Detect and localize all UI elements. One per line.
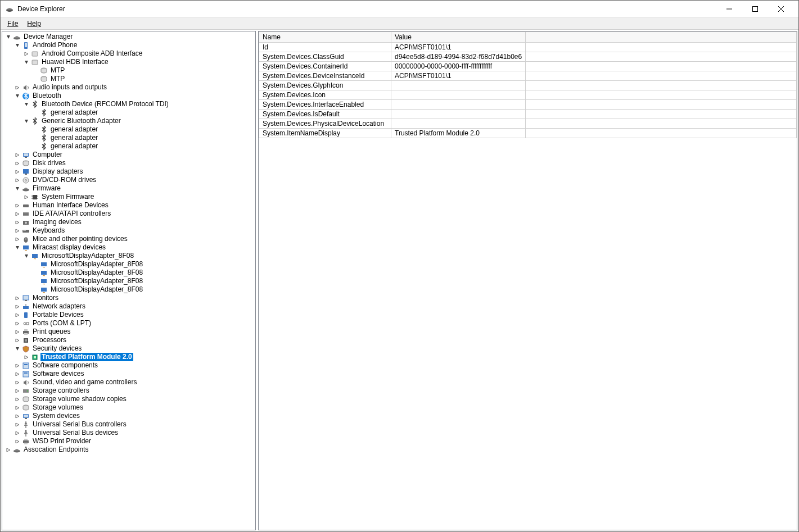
tree-item[interactable]: MicrosoftDisplayAdapter_8F08: [2, 277, 255, 285]
tree-item[interactable]: Sound, video and game controllers: [2, 378, 255, 387]
device-tree[interactable]: Device ManagerAndroid PhoneAndroid Compo…: [2, 31, 256, 530]
property-row[interactable]: System.Devices.InterfaceEnabled: [259, 100, 797, 110]
expand-icon[interactable]: [15, 237, 20, 242]
close-button[interactable]: [768, 1, 794, 17]
tree-item[interactable]: MTP: [2, 66, 255, 75]
expand-icon[interactable]: [15, 228, 20, 234]
tree-item[interactable]: general adapter: [2, 125, 255, 134]
tree-item[interactable]: System devices: [2, 412, 255, 420]
tree-item[interactable]: IDE ATA/ATAPI controllers: [2, 210, 255, 218]
tree-item[interactable]: Display adapters: [2, 167, 255, 176]
tree-item[interactable]: Trusted Platform Module 2.0: [2, 353, 255, 361]
tree-item[interactable]: Software devices: [2, 370, 255, 378]
collapse-icon[interactable]: [15, 245, 20, 251]
collapse-icon[interactable]: [15, 93, 20, 99]
property-row[interactable]: System.Devices.ClassGuidd94ee5d8-d189-49…: [259, 52, 797, 62]
menu-file[interactable]: File: [3, 19, 22, 29]
expand-icon[interactable]: [6, 447, 11, 453]
expand-icon[interactable]: [15, 388, 20, 394]
tree-item[interactable]: general adapter: [2, 108, 255, 117]
expand-icon[interactable]: [15, 380, 20, 385]
tree-item[interactable]: Android Phone: [2, 41, 255, 49]
tree-item[interactable]: Ports (COM & LPT): [2, 319, 255, 328]
collapse-icon[interactable]: [24, 119, 29, 124]
expand-icon[interactable]: [15, 439, 20, 444]
property-row[interactable]: System.Devices.GlyphIcon: [259, 81, 797, 90]
property-row[interactable]: System.Devices.IsDefault: [259, 110, 797, 119]
expand-icon[interactable]: [24, 354, 29, 360]
tree-item[interactable]: Bluetooth: [2, 92, 255, 100]
property-row[interactable]: System.Devices.DeviceInstanceIdACPI\MSFT…: [259, 71, 797, 81]
tree-item[interactable]: Mice and other pointing devices: [2, 235, 255, 243]
expand-icon[interactable]: [15, 152, 20, 158]
expand-icon[interactable]: [15, 178, 20, 183]
property-row[interactable]: System.Devices.ContainerId00000000-0000-…: [259, 62, 797, 71]
tree-item[interactable]: MicrosoftDisplayAdapter_8F08: [2, 252, 255, 260]
column-header-name[interactable]: Name: [259, 32, 391, 43]
column-header-blank[interactable]: [526, 32, 797, 43]
tree-item[interactable]: Universal Serial Bus devices: [2, 429, 255, 437]
collapse-icon[interactable]: [15, 43, 20, 48]
tree-item[interactable]: DVD/CD-ROM drives: [2, 176, 255, 184]
tree-item[interactable]: Universal Serial Bus controllers: [2, 420, 255, 429]
expand-icon[interactable]: [15, 161, 20, 166]
collapse-icon[interactable]: [15, 186, 20, 192]
tree-item[interactable]: general adapter: [2, 142, 255, 151]
tree-item[interactable]: Firmware: [2, 184, 255, 193]
expand-icon[interactable]: [15, 312, 20, 318]
title-bar[interactable]: Device Explorer: [1, 1, 798, 17]
collapse-icon[interactable]: [24, 253, 29, 259]
expand-icon[interactable]: [15, 220, 20, 225]
tree-item[interactable]: MicrosoftDisplayAdapter_8F08: [2, 285, 255, 294]
tree-item[interactable]: Network adapters: [2, 302, 255, 311]
property-row[interactable]: System.Devices.Icon: [259, 90, 797, 100]
tree-item[interactable]: Miracast display devices: [2, 243, 255, 252]
property-row[interactable]: System.ItemNameDisplayTrusted Platform M…: [259, 129, 797, 138]
tree-item[interactable]: Portable Devices: [2, 311, 255, 319]
tree-item[interactable]: Huawei HDB Interface: [2, 58, 255, 66]
expand-icon[interactable]: [15, 203, 20, 208]
tree-item[interactable]: Audio inputs and outputs: [2, 83, 255, 92]
tree-item[interactable]: Storage volumes: [2, 403, 255, 412]
tree-item[interactable]: MicrosoftDisplayAdapter_8F08: [2, 269, 255, 277]
tree-item[interactable]: Bluetooth Device (RFCOMM Protocol TDI): [2, 100, 255, 108]
tree-item[interactable]: Storage controllers: [2, 387, 255, 395]
tree-item[interactable]: MicrosoftDisplayAdapter_8F08: [2, 260, 255, 269]
expand-icon[interactable]: [15, 304, 20, 310]
tree-item[interactable]: Keyboards: [2, 226, 255, 235]
tree-item[interactable]: general adapter: [2, 134, 255, 142]
tree-item[interactable]: Human Interface Devices: [2, 201, 255, 210]
tree-item[interactable]: Generic Bluetooth Adapter: [2, 117, 255, 125]
minimize-button[interactable]: [716, 1, 742, 17]
collapse-icon[interactable]: [24, 102, 29, 107]
expand-icon[interactable]: [15, 321, 20, 326]
expand-icon[interactable]: [15, 338, 20, 343]
expand-icon[interactable]: [15, 397, 20, 402]
tree-item[interactable]: Monitors: [2, 294, 255, 302]
maximize-button[interactable]: [742, 1, 768, 17]
property-row[interactable]: System.Devices.PhysicalDeviceLocation: [259, 119, 797, 129]
column-header-value[interactable]: Value: [391, 32, 526, 43]
tree-item[interactable]: Computer: [2, 151, 255, 159]
expand-icon[interactable]: [15, 295, 20, 301]
tree-item[interactable]: Disk drives: [2, 159, 255, 167]
expand-icon[interactable]: [15, 430, 20, 436]
tree-item[interactable]: System Firmware: [2, 193, 255, 201]
expand-icon[interactable]: [15, 405, 20, 411]
expand-icon[interactable]: [15, 329, 20, 335]
tree-item[interactable]: Device Manager: [2, 33, 255, 41]
expand-icon[interactable]: [15, 169, 20, 175]
expand-icon[interactable]: [24, 51, 29, 57]
collapse-icon[interactable]: [6, 34, 11, 40]
tree-item[interactable]: MTP: [2, 75, 255, 83]
expand-icon[interactable]: [15, 413, 20, 419]
expand-icon[interactable]: [15, 363, 20, 369]
expand-icon[interactable]: [15, 211, 20, 217]
tree-item[interactable]: Print queues: [2, 328, 255, 336]
tree-item[interactable]: WSD Print Provider: [2, 437, 255, 445]
tree-item[interactable]: Processors: [2, 336, 255, 344]
expand-icon[interactable]: [24, 194, 29, 200]
tree-item[interactable]: Assocation Endpoints: [2, 445, 255, 454]
menu-help[interactable]: Help: [22, 19, 46, 29]
tree-item[interactable]: Android Composite ADB Interface: [2, 49, 255, 58]
